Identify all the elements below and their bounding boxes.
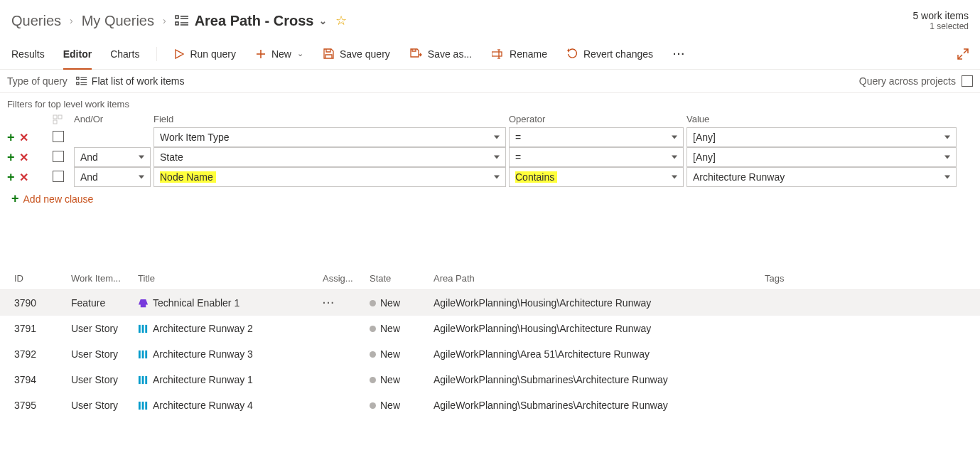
col-state[interactable]: State xyxy=(370,273,434,284)
tab-results[interactable]: Results xyxy=(11,38,45,69)
cell-area: AgileWorkPlanning\Area 51\Architecture R… xyxy=(434,348,765,360)
cell-state: New xyxy=(370,297,434,309)
table-row[interactable]: 3791 User Story Architecture Runway 2 Ne… xyxy=(0,316,980,341)
expand-button[interactable] xyxy=(957,48,969,60)
tab-charts[interactable]: Charts xyxy=(110,38,139,69)
cell-title: Architecture Runway 4 xyxy=(138,400,323,411)
remove-row-icon[interactable]: ✕ xyxy=(19,151,28,164)
andor-select[interactable]: And xyxy=(74,147,151,167)
add-row-icon[interactable]: + xyxy=(7,150,15,165)
clause-checkbox[interactable] xyxy=(53,131,64,142)
clause-checkbox[interactable] xyxy=(53,171,64,182)
andor-select[interactable]: And xyxy=(74,167,151,187)
remove-row-icon[interactable]: ✕ xyxy=(19,171,28,184)
cell-state: New xyxy=(370,374,434,385)
divider xyxy=(156,47,157,61)
state-dot-icon xyxy=(370,351,376,358)
add-row-icon[interactable]: + xyxy=(7,170,15,185)
run-query-button[interactable]: Run query xyxy=(174,48,236,60)
cell-area: AgileWorkPlanning\Submarines\Architectur… xyxy=(434,374,765,385)
field-select[interactable]: Work Item Type xyxy=(154,127,506,147)
story-icon xyxy=(138,349,149,360)
header-field: Field xyxy=(154,114,509,124)
field-select[interactable]: State xyxy=(154,147,506,167)
add-row-icon[interactable]: + xyxy=(7,130,15,145)
cell-state: New xyxy=(370,323,434,334)
tab-editor[interactable]: Editor xyxy=(63,38,92,69)
more-actions-button[interactable]: ··· xyxy=(673,48,686,60)
breadcrumb-current[interactable]: Area Path - Cross xyxy=(195,13,314,29)
revert-button[interactable]: Revert changes xyxy=(567,48,653,60)
col-assigned[interactable]: Assig... xyxy=(323,273,370,284)
chevron-down-icon: ⌄ xyxy=(297,49,303,58)
breadcrumb-folder[interactable]: My Queries xyxy=(82,13,154,29)
cell-assigned: ··· xyxy=(323,297,370,309)
filters-section-label: Filters for top level work items xyxy=(0,93,980,114)
svg-rect-30 xyxy=(142,375,144,383)
count-selected: 1 selected xyxy=(912,21,969,31)
value-select[interactable]: [Any] xyxy=(686,147,957,167)
chevron-right-icon: › xyxy=(70,15,73,26)
save-icon xyxy=(323,48,334,59)
plus-icon xyxy=(256,49,266,59)
undo-icon xyxy=(567,48,578,59)
save-as-button[interactable]: Save as... xyxy=(410,48,472,60)
operator-select[interactable]: = xyxy=(509,147,684,167)
svg-rect-25 xyxy=(145,324,147,332)
col-title[interactable]: Title xyxy=(138,273,323,284)
save-query-button[interactable]: Save query xyxy=(323,48,390,60)
cell-id: 3792 xyxy=(14,348,71,360)
add-clause-button[interactable]: + Add new clause xyxy=(0,187,980,210)
col-id[interactable]: ID xyxy=(14,273,71,284)
table-row[interactable]: 3794 User Story Architecture Runway 1 Ne… xyxy=(0,367,980,392)
cell-title: Architecture Runway 1 xyxy=(138,374,323,385)
svg-rect-26 xyxy=(139,350,141,358)
count-total: 5 work items xyxy=(912,10,969,21)
table-row[interactable]: 3790 Feature Technical Enabler 1 ··· New… xyxy=(0,290,980,316)
svg-rect-1 xyxy=(176,22,178,25)
story-icon xyxy=(138,400,149,411)
table-row[interactable]: 3792 User Story Architecture Runway 3 Ne… xyxy=(0,341,980,367)
svg-rect-15 xyxy=(77,82,79,85)
operator-select[interactable]: = xyxy=(509,127,684,147)
cell-area: AgileWorkPlanning\Housing\Architecture R… xyxy=(434,323,765,334)
query-across-checkbox[interactable] xyxy=(962,75,973,87)
cell-state: New xyxy=(370,400,434,411)
clause-checkbox[interactable] xyxy=(53,151,64,162)
svg-rect-27 xyxy=(142,350,144,358)
remove-row-icon[interactable]: ✕ xyxy=(19,131,28,144)
favorite-star-icon[interactable]: ☆ xyxy=(335,13,347,28)
cell-type: User Story xyxy=(71,400,138,411)
flat-list-icon xyxy=(175,14,189,28)
field-select[interactable]: Node Name xyxy=(154,167,506,187)
svg-marker-6 xyxy=(176,50,183,58)
svg-rect-20 xyxy=(53,115,57,119)
group-icon xyxy=(53,114,74,124)
header-operator: Operator xyxy=(509,114,686,124)
header-value: Value xyxy=(686,114,959,124)
svg-rect-29 xyxy=(139,375,141,383)
plus-icon: + xyxy=(11,191,19,206)
cell-id: 3791 xyxy=(14,323,71,334)
svg-rect-14 xyxy=(77,77,79,79)
query-type-value[interactable]: Flat list of work items xyxy=(92,75,185,87)
cell-type: Feature xyxy=(71,297,138,309)
col-tags[interactable]: Tags xyxy=(765,273,971,284)
svg-rect-31 xyxy=(145,375,147,383)
operator-select[interactable]: Contains xyxy=(509,167,684,187)
value-select[interactable]: [Any] xyxy=(686,127,957,147)
svg-rect-24 xyxy=(142,324,144,332)
col-area[interactable]: Area Path xyxy=(434,273,765,284)
table-row[interactable]: 3795 User Story Architecture Runway 4 Ne… xyxy=(0,392,980,418)
col-type[interactable]: Work Item... xyxy=(71,273,138,284)
chevron-right-icon: › xyxy=(163,15,166,26)
breadcrumb-root[interactable]: Queries xyxy=(11,13,61,29)
chevron-down-icon[interactable]: ⌄ xyxy=(319,16,327,26)
value-select[interactable]: Architecture Runway xyxy=(686,167,957,187)
flat-list-icon xyxy=(76,75,87,87)
rename-button[interactable]: Rename xyxy=(492,48,547,60)
header-andor: And/Or xyxy=(74,114,154,124)
new-button[interactable]: New ⌄ xyxy=(256,48,303,60)
query-type-label: Type of query xyxy=(7,75,68,87)
cell-area: AgileWorkPlanning\Submarines\Architectur… xyxy=(434,400,765,411)
